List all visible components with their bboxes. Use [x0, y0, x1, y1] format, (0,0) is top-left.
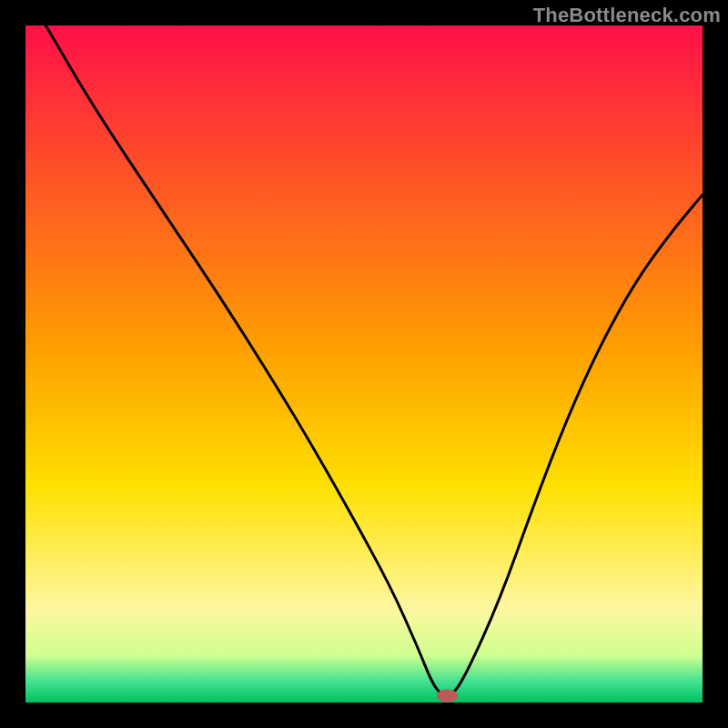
- optimal-marker: [437, 690, 457, 702]
- chart-frame: TheBottleneck.com: [0, 0, 728, 728]
- watermark-text: TheBottleneck.com: [533, 4, 721, 27]
- plot-svg: [25, 25, 703, 703]
- gradient-background: [25, 25, 703, 703]
- plot-area: [25, 25, 703, 703]
